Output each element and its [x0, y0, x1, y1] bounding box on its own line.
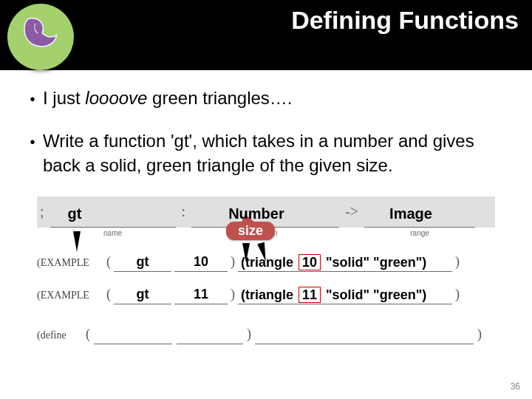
text-fragment: green triangles….: [147, 88, 292, 108]
paren-open: (: [106, 287, 111, 302]
paren-close: ): [247, 327, 251, 342]
arrow: ->: [345, 203, 358, 220]
bullet-2: • Write a function 'gt', which takes in …: [22, 129, 510, 177]
paren-close: ): [231, 287, 235, 302]
boxed-value: 11: [299, 287, 321, 303]
paren-close: ): [455, 254, 460, 270]
example-row-2: (EXAMPLE ( gt 11 ) (triangle 11 "solid" …: [37, 282, 495, 304]
paren-close: ): [477, 327, 482, 342]
body-post: "solid" "green"): [322, 287, 426, 302]
bullet-text-2: Write a function 'gt', which takes in a …: [43, 129, 510, 177]
blank-name: gt name: [50, 207, 176, 228]
content-area: • I just loooove green triangles…. • Wri…: [0, 70, 532, 344]
boot-icon: [16, 15, 64, 55]
define-row: (define ( ) ): [37, 322, 495, 344]
sublabel-range: range: [410, 229, 429, 237]
text-fragment: I just: [43, 88, 85, 108]
body-pre: (triangle: [241, 287, 297, 302]
bullet-1: • I just loooove green triangles….: [22, 86, 510, 110]
paren-close: ): [455, 287, 460, 302]
logo: [7, 4, 81, 78]
example-arg: 10: [174, 254, 228, 272]
colon: :: [182, 203, 186, 220]
example-arg: 11: [174, 287, 228, 304]
callout-size: size: [226, 222, 275, 240]
contract-domain-value: Number: [228, 205, 284, 222]
define-label: (define: [37, 330, 84, 341]
boxed-value: 10: [299, 254, 321, 270]
example-name: gt: [114, 254, 171, 272]
contract-name-value: gt: [68, 205, 82, 222]
arrow-down-icon: [242, 243, 250, 262]
example-body: (triangle 10 "solid" "green"): [238, 254, 452, 272]
bullet-dot: •: [22, 132, 43, 152]
sublabel-name: name: [103, 229, 122, 237]
example-body: (triangle 11 "solid" "green"): [238, 287, 452, 304]
page-number: 36: [511, 381, 520, 392]
contract-range-value: Image: [389, 205, 432, 222]
define-blank-arg: [177, 327, 243, 344]
paren-open: (: [86, 327, 90, 342]
body-post: "solid" "green"): [322, 255, 426, 270]
blank-range: Image range: [364, 207, 475, 228]
semicolon: ;: [40, 203, 44, 220]
bullet-dot: •: [22, 89, 43, 109]
example-name: gt: [114, 287, 171, 304]
slide-title: Defining Functions: [291, 6, 519, 35]
paren-open: (: [106, 254, 111, 270]
define-blank-name: [94, 327, 172, 344]
example-label: (EXAMPLE: [37, 290, 105, 301]
callout-text: size: [238, 223, 263, 238]
header-bar: Defining Functions: [0, 0, 532, 70]
bullet-text-1: I just loooove green triangles….: [43, 86, 293, 110]
arrow-down-icon: [73, 231, 81, 252]
paren-close: ): [231, 254, 235, 270]
define-blank-body: [255, 327, 474, 344]
text-emphasis: loooove: [85, 88, 147, 108]
example-label: (EXAMPLE: [37, 257, 105, 269]
logo-circle: [7, 4, 74, 70]
worksheet: ; gt name : Number domain -> Image range…: [22, 197, 510, 344]
